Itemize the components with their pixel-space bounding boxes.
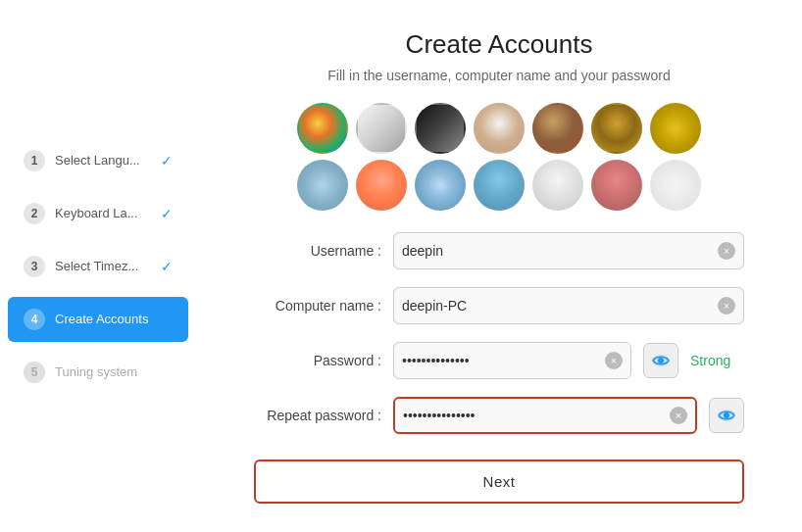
sidebar-item-accounts[interactable]: 4 Create Accounts xyxy=(8,297,188,342)
sidebar-item-timezone[interactable]: 3 Select Timez... ✓ xyxy=(8,244,188,289)
step-number-1: 1 xyxy=(24,150,45,171)
repeat-password-row: Repeat password : × xyxy=(254,397,744,434)
avatar-section xyxy=(297,103,701,217)
avatar-13[interactable] xyxy=(591,160,642,211)
avatar-6[interactable] xyxy=(591,103,642,154)
step-number-4: 4 xyxy=(24,309,45,330)
page-subtitle: Fill in the username, computer name and … xyxy=(327,68,670,83)
sidebar-item-keyboard[interactable]: 2 Keyboard La... ✓ xyxy=(8,191,188,236)
sidebar: 1 Select Langu... ✓ 2 Keyboard La... ✓ 3… xyxy=(0,0,196,532)
next-button[interactable]: Next xyxy=(254,459,744,504)
page-title: Create Accounts xyxy=(406,29,593,60)
sidebar-item-language[interactable]: 1 Select Langu... ✓ xyxy=(8,138,188,183)
avatar-7[interactable] xyxy=(650,103,701,154)
repeat-password-input[interactable] xyxy=(403,408,670,423)
password-strength-label: Strong xyxy=(690,353,744,368)
password-clear-button[interactable]: × xyxy=(605,352,623,369)
avatar-4[interactable] xyxy=(474,103,525,154)
repeat-password-input-wrapper: × xyxy=(393,397,697,434)
computer-name-input-wrapper: × xyxy=(393,287,744,324)
username-input[interactable] xyxy=(402,243,718,259)
password-input[interactable] xyxy=(402,353,605,368)
sidebar-label-2: Keyboard La... xyxy=(55,206,151,220)
step-number-2: 2 xyxy=(24,203,45,224)
step-number-5: 5 xyxy=(24,362,45,383)
avatar-9[interactable] xyxy=(356,160,407,211)
avatar-row-1 xyxy=(297,103,701,154)
step-number-3: 3 xyxy=(24,256,45,277)
computer-name-label: Computer name : xyxy=(254,298,381,314)
avatar-3[interactable] xyxy=(415,103,466,154)
computer-name-row: Computer name : × xyxy=(254,287,744,324)
next-button-row: Next xyxy=(254,459,744,504)
computer-name-input[interactable] xyxy=(402,298,718,314)
avatar-12[interactable] xyxy=(532,160,583,211)
sidebar-label-4: Create Accounts xyxy=(55,312,173,326)
check-icon-2: ✓ xyxy=(161,206,173,221)
svg-point-1 xyxy=(658,358,664,363)
avatar-14[interactable] xyxy=(650,160,701,211)
password-toggle-visibility-button[interactable] xyxy=(643,343,678,378)
repeat-password-clear-button[interactable]: × xyxy=(670,407,687,424)
avatar-5[interactable] xyxy=(532,103,583,154)
sidebar-item-tuning: 5 Tuning system xyxy=(8,350,188,395)
check-icon-1: ✓ xyxy=(161,153,173,169)
svg-point-3 xyxy=(724,412,729,418)
sidebar-label-5: Tuning system xyxy=(55,364,173,379)
computer-name-clear-button[interactable]: × xyxy=(718,297,735,314)
username-input-wrapper: × xyxy=(393,232,744,269)
avatar-1[interactable] xyxy=(297,103,348,154)
avatar-row-2 xyxy=(297,160,701,211)
username-clear-button[interactable]: × xyxy=(718,242,735,260)
password-label: Password : xyxy=(254,353,381,368)
password-input-wrapper: × xyxy=(393,342,631,379)
avatar-8[interactable] xyxy=(297,160,348,211)
sidebar-label-3: Select Timez... xyxy=(55,259,151,273)
repeat-password-toggle-visibility-button[interactable] xyxy=(709,398,744,433)
sidebar-label-1: Select Langu... xyxy=(55,153,151,168)
username-label: Username : xyxy=(254,243,381,259)
avatar-10[interactable] xyxy=(415,160,466,211)
main-content: Create Accounts Fill in the username, co… xyxy=(196,0,802,532)
check-icon-3: ✓ xyxy=(161,259,173,274)
avatar-2[interactable] xyxy=(356,103,407,154)
repeat-password-label: Repeat password : xyxy=(254,408,381,423)
form-section: Username : × Computer name : × Password … xyxy=(254,232,744,452)
avatar-11[interactable] xyxy=(474,160,525,211)
password-row: Password : × Strong xyxy=(254,342,744,379)
username-row: Username : × xyxy=(254,232,744,269)
